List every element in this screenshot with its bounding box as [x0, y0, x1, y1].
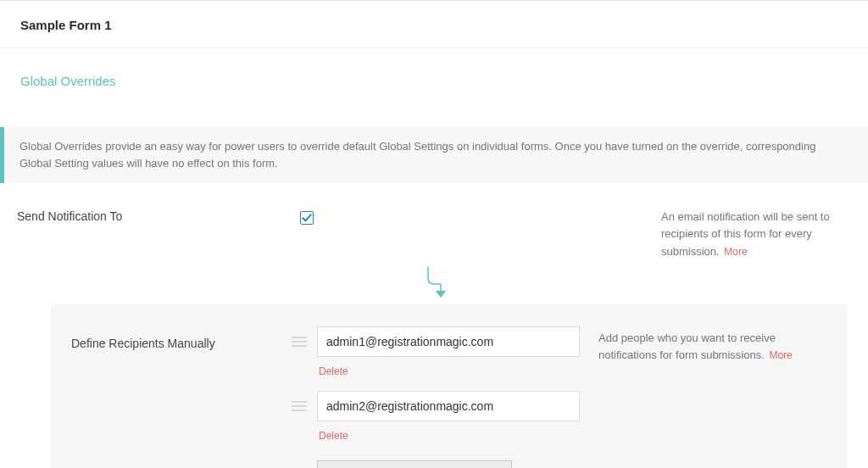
- recipients-list: Delete Delete Click to add more: [292, 326, 580, 468]
- setting-desc-notification: An email notification will be sent to re…: [627, 209, 848, 259]
- page-header: Sample Form 1: [0, 1, 868, 48]
- recipients-desc-text: Add people who you want to receive notif…: [598, 332, 776, 361]
- recipients-panel: Define Recipients Manually Delete Delete…: [51, 304, 848, 468]
- section-title-wrap: Global Overrides: [0, 48, 868, 127]
- notification-checkbox[interactable]: [300, 211, 314, 225]
- setting-row-notification: Send Notification To An email notificati…: [0, 183, 868, 270]
- recipient-entry: [292, 391, 580, 421]
- info-bar: Global Overrides provide an easy way for…: [0, 127, 868, 183]
- drag-handle-icon[interactable]: [292, 401, 309, 411]
- section-title: Global Overrides: [20, 74, 116, 88]
- info-bar-text: Global Overrides provide an easy way for…: [19, 140, 815, 170]
- delete-recipient-link[interactable]: Delete: [319, 430, 348, 442]
- recipient-entry: [292, 326, 580, 357]
- page-title: Sample Form 1: [20, 18, 848, 32]
- add-recipient-button[interactable]: Click to add more: [317, 460, 512, 468]
- arrow-connector: [0, 270, 868, 304]
- recipient-email-input[interactable]: [317, 326, 580, 357]
- more-link-notification[interactable]: More: [724, 246, 747, 258]
- recipients-desc: Add people who you want to receive notif…: [580, 326, 800, 364]
- more-link-recipients[interactable]: More: [769, 349, 792, 361]
- delete-recipient-link[interactable]: Delete: [319, 365, 348, 377]
- recipients-label: Define Recipients Manually: [71, 326, 292, 350]
- arrow-down-icon: [426, 265, 453, 304]
- setting-label-notification: Send Notification To: [17, 209, 297, 223]
- page-container: Sample Form 1 Global Overrides Global Ov…: [0, 0, 868, 468]
- drag-handle-icon[interactable]: [292, 337, 309, 347]
- recipient-email-input[interactable]: [317, 391, 580, 421]
- setting-control-notification: [297, 209, 322, 230]
